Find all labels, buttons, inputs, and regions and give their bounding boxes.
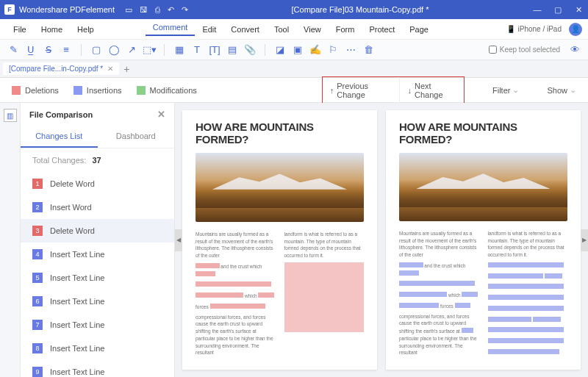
callout-icon[interactable]: ▤ xyxy=(225,43,240,57)
save-icon[interactable]: 🖫 xyxy=(140,5,148,15)
menu-view[interactable]: View xyxy=(296,25,329,34)
change-item[interactable]: 2Insert Word xyxy=(21,195,174,219)
change-item[interactable]: 7Insert Text Line xyxy=(21,313,174,337)
list-icon[interactable]: ≡ xyxy=(59,43,74,57)
sign-icon[interactable]: ✍ xyxy=(308,43,323,57)
change-item[interactable]: 5Insert Text Line xyxy=(21,266,174,290)
textbox-icon[interactable]: [T] xyxy=(207,43,222,57)
document-tabs: [Compare File...in-Copy.pdf * ✕ + xyxy=(0,60,588,78)
change-item[interactable]: 1Delete Word xyxy=(21,172,174,195)
insertion-highlight: x xyxy=(462,292,478,297)
insertion-highlight: x xyxy=(488,349,560,354)
menu-tool[interactable]: Tool xyxy=(267,25,296,34)
keep-tool-checkbox[interactable] xyxy=(489,46,497,54)
eraser-icon[interactable]: ◪ xyxy=(273,43,287,57)
menu-convert[interactable]: Convert xyxy=(223,25,267,34)
deletion-highlight: x xyxy=(210,304,266,309)
deletion-highlight: x xyxy=(196,271,215,276)
shapes-icon[interactable]: ⬚▾ xyxy=(142,43,157,57)
page-original: HOW ARE MOUNTAINS FORMED? Mountains are … xyxy=(182,110,377,370)
menu-protect[interactable]: Protect xyxy=(362,25,402,34)
change-item[interactable]: 9Insert Text Line xyxy=(21,360,174,377)
change-badge: 4 xyxy=(32,249,43,259)
legend-modifications: Modifications xyxy=(137,86,197,95)
document-tab-label: [Compare File...in-Copy.pdf * xyxy=(9,65,103,73)
change-badge: 2 xyxy=(32,202,43,212)
chevron-down-icon: ⌄ xyxy=(512,85,519,95)
scroll-right-icon[interactable]: ▶ xyxy=(581,229,588,251)
left-rail: ▥ xyxy=(0,103,21,377)
menu-form[interactable]: Form xyxy=(329,25,362,34)
down-arrow-icon: ↓ xyxy=(407,86,412,95)
bookmark-icon[interactable]: ⚐ xyxy=(326,43,340,57)
show-dropdown[interactable]: Show⌄ xyxy=(547,85,576,95)
tab-dashboard[interactable]: Dashboard xyxy=(98,126,175,148)
print-icon[interactable]: ⎙ xyxy=(155,5,160,15)
attach-icon[interactable]: 📎 xyxy=(243,43,257,57)
menu-file[interactable]: File xyxy=(6,25,34,34)
keep-tool-selected[interactable]: Keep tool selected 👁 xyxy=(489,43,582,57)
note-icon[interactable]: ▦ xyxy=(172,43,187,57)
legend-deletions: Deletions xyxy=(12,86,59,95)
change-item[interactable]: 4Insert Text Line xyxy=(21,243,174,266)
page-columns: Mountains are usually formed as a result… xyxy=(196,231,364,359)
change-item[interactable]: 3Delete Word xyxy=(21,219,174,243)
sidebar-title: File Comparison xyxy=(29,110,93,119)
stamp-icon[interactable]: ▣ xyxy=(290,43,305,57)
trash-icon[interactable]: 🗑 xyxy=(361,43,376,57)
strike-icon[interactable]: S̶ xyxy=(41,43,56,57)
page-heading: HOW ARE MOUNTAINS FORMED? xyxy=(196,121,364,146)
change-label: Delete Word xyxy=(50,226,95,235)
rect-icon[interactable]: ▢ xyxy=(89,43,104,57)
change-label: Insert Text Line xyxy=(50,273,104,282)
previous-change-button[interactable]: ↑Previous Change xyxy=(323,77,401,104)
menu-comment[interactable]: Comment xyxy=(146,23,196,36)
visibility-icon[interactable]: 👁 xyxy=(567,43,582,57)
close-tab-icon[interactable]: ✕ xyxy=(107,65,113,73)
menu-edit[interactable]: Edit xyxy=(195,25,223,34)
text-t-icon[interactable]: T xyxy=(190,43,204,57)
deletion-highlight: x xyxy=(258,292,274,298)
sidebar: File Comparison ✕ Changes List Dashboard… xyxy=(21,103,175,377)
maximize-icon[interactable]: ▢ xyxy=(553,5,563,15)
filter-dropdown[interactable]: Filter⌄ xyxy=(492,85,519,95)
insertion-highlight: x xyxy=(533,317,561,322)
col-2: landform is what is referred to as a mou… xyxy=(284,231,365,359)
open-icon[interactable]: ▭ xyxy=(125,5,132,15)
add-tab-icon[interactable]: + xyxy=(123,63,129,75)
hero-image xyxy=(196,153,364,222)
sidebar-tabs: Changes List Dashboard xyxy=(21,126,174,148)
comment-toolbar: ✎ U̲ S̶ ≡ ▢ ◯ ↗ ⬚▾ ▦ T [T] ▤ 📎 ◪ ▣ ✍ ⚐ ⋯… xyxy=(0,40,588,60)
more-icon[interactable]: ⋯ xyxy=(343,43,358,57)
undo-icon[interactable]: ↶ xyxy=(168,5,174,15)
minimize-icon[interactable]: ― xyxy=(532,5,542,15)
avatar[interactable]: 👤 xyxy=(569,23,582,36)
tab-changes-list[interactable]: Changes List xyxy=(21,126,98,148)
underline-icon[interactable]: U̲ xyxy=(24,43,38,57)
highlight-icon[interactable]: ✎ xyxy=(6,43,21,57)
thumbnails-icon[interactable]: ▥ xyxy=(4,109,17,122)
scroll-left-icon[interactable]: ◀ xyxy=(175,229,182,251)
change-item[interactable]: 6Insert Text Line xyxy=(21,290,174,313)
change-badge: 3 xyxy=(32,226,43,236)
redo-icon[interactable]: ↷ xyxy=(182,5,188,15)
menu-page[interactable]: Page xyxy=(402,25,436,34)
device-link[interactable]: 📱iPhone / iPad xyxy=(506,25,562,33)
menu-home[interactable]: Home xyxy=(34,25,70,34)
sidebar-close-icon[interactable]: ✕ xyxy=(157,109,165,120)
next-change-button[interactable]: ↓Next Change xyxy=(400,77,464,104)
canvas: ◀ HOW ARE MOUNTAINS FORMED? Mountains ar… xyxy=(175,103,588,377)
document-tab[interactable]: [Compare File...in-Copy.pdf * ✕ xyxy=(3,62,119,75)
insertion-highlight: x xyxy=(488,262,564,268)
close-icon[interactable]: ✕ xyxy=(573,5,584,15)
total-changes: Total Changes:37 xyxy=(21,148,174,172)
change-badge: 9 xyxy=(32,367,43,377)
arrow-icon[interactable]: ↗ xyxy=(124,43,139,57)
insertion-highlight: x xyxy=(488,284,564,289)
change-item[interactable]: 8Insert Text Line xyxy=(21,337,174,360)
change-badge: 1 xyxy=(32,179,43,189)
menu-help[interactable]: Help xyxy=(70,25,101,34)
oval-icon[interactable]: ◯ xyxy=(107,43,121,57)
insertions-swatch xyxy=(74,86,82,95)
insertion-highlight: x xyxy=(545,273,562,279)
